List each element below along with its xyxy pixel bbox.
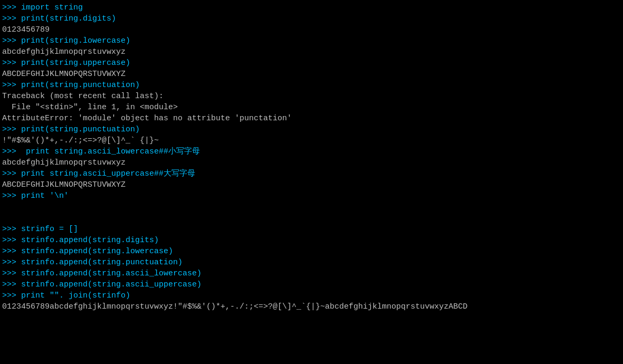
prompt-8: >>> bbox=[2, 81, 21, 90]
prompt-21: >>> bbox=[2, 236, 21, 245]
code-24: strinfo.append(string.ascii_lowercase) bbox=[21, 269, 202, 278]
code-20: strinfo = [] bbox=[21, 225, 78, 234]
line-7: ABCDEFGHIJKLMNOPQRSTUVWXYZ bbox=[0, 69, 623, 80]
line-18: >>> print '\n' bbox=[0, 190, 623, 202]
line-27: 0123456789abcdefghijklmnopqrstuvwxyz!"#$… bbox=[0, 301, 623, 312]
prompt-22: >>> bbox=[2, 247, 21, 256]
line-3: 0123456789 bbox=[0, 24, 623, 35]
line-13: !"#$%&'()*+,-./:;<=>?@[\]^_` {|}~ bbox=[0, 135, 623, 146]
line-9: Traceback (most recent call last): bbox=[0, 91, 623, 102]
line-21: >>> strinfo.append(string.digits) bbox=[0, 235, 623, 246]
terminal: >>> import string >>> print(string.digit… bbox=[0, 0, 623, 364]
code-18: print '\n' bbox=[21, 191, 69, 200]
prompt-1: >>> bbox=[2, 3, 21, 12]
prompt-24: >>> bbox=[2, 269, 21, 278]
prompt-4: >>> bbox=[2, 36, 21, 45]
code-16: print string.ascii_uppercase##大写字母 bbox=[21, 169, 195, 178]
line-4: >>> print(string.lowercase) bbox=[0, 35, 623, 46]
prompt-12: >>> bbox=[2, 125, 21, 134]
code-2: print(string.digits) bbox=[21, 14, 116, 23]
code-26: print "". join(strinfo) bbox=[21, 291, 130, 300]
code-1: import string bbox=[21, 3, 83, 12]
code-8: print(string.punctuation) bbox=[21, 81, 140, 90]
prompt-14: >>> bbox=[2, 147, 26, 156]
blank-1 bbox=[0, 202, 623, 213]
prompt-25: >>> bbox=[2, 280, 21, 289]
line-20: >>> strinfo = [] bbox=[0, 224, 623, 235]
code-14: print string.ascii_lowercase##小写字母 bbox=[26, 147, 200, 156]
line-11: AttributeError: 'module' object has no a… bbox=[0, 113, 623, 124]
line-15: abcdefghijklmnopqrstuvwxyz bbox=[0, 157, 623, 168]
prompt-16: >>> bbox=[2, 169, 21, 178]
line-14: >>> print string.ascii_lowercase##小写字母 bbox=[0, 146, 623, 157]
prompt-6: >>> bbox=[2, 59, 21, 68]
code-4: print(string.lowercase) bbox=[21, 36, 130, 45]
line-10: File "<stdin>", line 1, in <module> bbox=[0, 102, 623, 113]
line-1: >>> import string bbox=[0, 2, 623, 13]
line-6: >>> print(string.uppercase) bbox=[0, 58, 623, 69]
blank-2 bbox=[0, 213, 623, 224]
prompt-26: >>> bbox=[2, 291, 21, 300]
code-21: strinfo.append(string.digits) bbox=[21, 236, 159, 245]
line-5: abcdefghijklmnopqrstuvwxyz bbox=[0, 46, 623, 58]
code-22: strinfo.append(string.lowercase) bbox=[21, 247, 173, 256]
code-6: print(string.uppercase) bbox=[21, 59, 130, 68]
line-17: ABCDEFGHIJKLMNOPQRSTUVWXYZ bbox=[0, 179, 623, 190]
line-12: >>> print(string.punctuation) bbox=[0, 124, 623, 135]
line-25: >>> strinfo.append(string.ascii_uppercas… bbox=[0, 279, 623, 290]
line-8: >>> print(string.punctuation) bbox=[0, 80, 623, 91]
code-12: print(string.punctuation) bbox=[21, 125, 140, 134]
line-2: >>> print(string.digits) bbox=[0, 13, 623, 24]
prompt-23: >>> bbox=[2, 258, 21, 267]
line-16: >>> print string.ascii_uppercase##大写字母 bbox=[0, 168, 623, 179]
prompt-18: >>> bbox=[2, 191, 21, 200]
prompt-2: >>> bbox=[2, 14, 21, 23]
code-25: strinfo.append(string.ascii_uppercase) bbox=[21, 280, 202, 289]
line-26: >>> print "". join(strinfo) bbox=[0, 290, 623, 301]
prompt-20: >>> bbox=[2, 225, 21, 234]
code-23: strinfo.append(string.punctuation) bbox=[21, 258, 183, 267]
line-22: >>> strinfo.append(string.lowercase) bbox=[0, 246, 623, 257]
line-24: >>> strinfo.append(string.ascii_lowercas… bbox=[0, 268, 623, 279]
line-23: >>> strinfo.append(string.punctuation) bbox=[0, 257, 623, 268]
